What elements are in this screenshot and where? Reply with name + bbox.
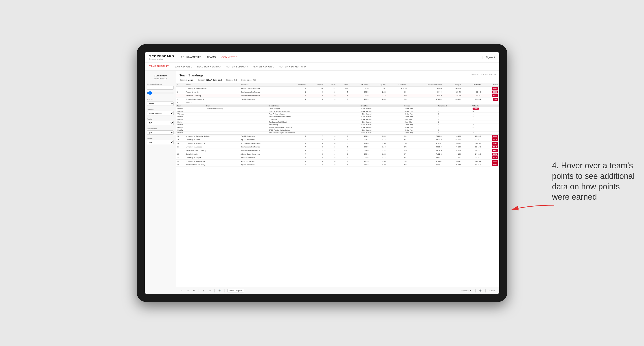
cell-points[interactable]: 90.32: [482, 94, 499, 97]
points-badge[interactable]: 80.14: [492, 156, 498, 159]
tooltip-row-item[interactable]: Univers... Southern Highlands Collegiate…: [176, 110, 499, 113]
tab-player-h2h-grid[interactable]: PLAYER H2H GRID: [253, 64, 274, 69]
tooltip-cell-event: [206, 110, 268, 113]
division-select[interactable]: NCAA Division I NCAA Division II NCAA Di…: [147, 111, 174, 115]
conference-select[interactable]: (All): [147, 130, 174, 135]
copy-button[interactable]: ⊞: [202, 289, 206, 292]
cell-points[interactable]: 83.41: [482, 149, 499, 152]
cell-adj: 278.1: [349, 152, 370, 156]
tab-team-h2h-grid[interactable]: TEAM H2H GRID: [174, 64, 192, 69]
main-content: Committee Portal Review Minimum Rounds G…: [145, 71, 499, 294]
points-badge[interactable]: 79.5: [493, 98, 498, 101]
view-button[interactable]: View: Original: [227, 289, 244, 292]
nav-committee[interactable]: COMMITTEE: [222, 55, 238, 60]
table-row-highlighted[interactable]: 3 Vanderbilt University Southeastern Con…: [176, 94, 499, 97]
cell-points[interactable]: 80.94: [482, 163, 499, 167]
cell-points[interactable]: 83.59: [482, 160, 499, 163]
settings-button[interactable]: ⚙: [208, 289, 212, 292]
tooltip-cell-wpoints: +3: [472, 115, 499, 118]
table-row[interactable]: 19 University of Texas Big 12 Conference…: [176, 138, 499, 142]
tooltip-row-item[interactable]: East Tar OFCC Fighting Illini Invitation…: [176, 129, 499, 132]
standings-header: Team Standings Update time: 13/03/2024 1…: [176, 71, 499, 79]
tooltip-row-item[interactable]: Univers... Williams Cup NCAA Division I …: [176, 124, 499, 126]
col-overall: Low Overall Record: [408, 83, 443, 87]
cell-conf-rank: 2: [286, 94, 307, 97]
points-badge-highlighted[interactable]: 90.32: [492, 94, 498, 97]
table-row[interactable]: 25 University of North Florida ASUN Conf…: [176, 160, 499, 163]
cell-overall: 53-9-0: [408, 87, 443, 90]
points-badge[interactable]: 80.94: [492, 163, 498, 166]
region-select[interactable]: N/A All: [147, 121, 174, 125]
points-badge[interactable]: 80.71: [492, 153, 498, 156]
table-row[interactable]: 21 University of Alabama Southeastern Co…: [176, 145, 499, 149]
tooltip-cell-rounds: Stroke Play: [404, 107, 437, 110]
tooltip-row-item[interactable]: Univers... Copper Cup NCAA Division I Ma…: [176, 118, 499, 121]
tooltip-cell-wpoints: +0: [472, 124, 499, 126]
points-badge[interactable]: 88.70: [492, 138, 498, 141]
tooltip-row-item[interactable]: Univers... National Invitational Tournam…: [176, 115, 499, 118]
cell-overall: 87-22-2: [408, 160, 443, 163]
table-row[interactable]: 4 Arizona State University Pac-12 Confer…: [176, 97, 499, 101]
tab-team-summary[interactable]: TEAM SUMMARY: [149, 64, 169, 69]
points-badge[interactable]: 83.41: [492, 149, 498, 152]
tooltip-row-item[interactable]: Univers... Amer Art Intercollegiate NCAA…: [176, 113, 499, 115]
watch-button[interactable]: 👁 Watch ▼: [460, 289, 473, 292]
comment-button[interactable]: 💬: [478, 289, 483, 292]
undo-button[interactable]: ↩: [180, 289, 184, 292]
points-badge[interactable]: 93.31: [492, 91, 498, 93]
table-row[interactable]: 22 Mississippi State University Southeas…: [176, 149, 499, 152]
cell-points[interactable]: 93.31: [482, 90, 499, 94]
cell-bnds: 19: [324, 94, 336, 97]
school-select[interactable]: (All): [147, 140, 174, 144]
cell-points[interactable]: 79.5: [482, 97, 499, 101]
tooltip-col-rank: Rank Impact: [437, 105, 472, 107]
tooltip-cell-event: [206, 129, 268, 132]
table-row[interactable]: 1 University of North Carolina Atlantic …: [176, 87, 499, 90]
cell-conf-rank: 7: [286, 152, 307, 156]
tab-team-h2h-heatmap[interactable]: TEAM H2H HEATMAP: [197, 64, 221, 69]
nav-tournaments[interactable]: TOURNAMENTS: [181, 55, 201, 60]
tooltip-row-item[interactable]: Georgia Ben Hogan Collegiate Invitationa…: [176, 126, 499, 129]
cell-points[interactable]: 80.71: [482, 152, 499, 156]
table-row[interactable]: 26 The Ohio State University Big Ten Con…: [176, 163, 499, 167]
nav-teams[interactable]: TEAMS: [207, 55, 216, 60]
cell-points[interactable]: 88.70: [482, 138, 499, 142]
min-rounds-input[interactable]: [147, 86, 174, 90]
reset-button[interactable]: ↺: [192, 289, 196, 292]
points-badge[interactable]: 88.48: [492, 146, 498, 148]
gender-select[interactable]: Men's Women's: [147, 102, 174, 106]
clock-button[interactable]: 🕐: [217, 289, 222, 292]
cell-bnds: 31: [324, 87, 336, 90]
cell-points[interactable]: 88.48: [482, 145, 499, 149]
points-badge[interactable]: 83.59: [492, 160, 498, 163]
table-row[interactable]: 24 University of Oregon Pac-12 Conferenc…: [176, 156, 499, 160]
cell-school: University of Oregon: [185, 156, 240, 160]
cell-no-tour: 8: [307, 94, 324, 97]
tooltip-points[interactable]: 119.63: [472, 108, 478, 110]
cell-points[interactable]: 88.49: [482, 142, 499, 145]
table-row[interactable]: 5 Texas T...: [176, 101, 499, 105]
tab-player-h2h-heatmap[interactable]: PLAYER H2H HEATMAP: [279, 64, 306, 69]
cell-rank: 2: [176, 90, 185, 94]
col-adj-score: Adj. Score: [349, 83, 370, 87]
tooltip-row-item[interactable]: Univers... Arizona State University Cabo…: [176, 107, 499, 110]
sign-out-button[interactable]: Sign out: [482, 56, 495, 59]
cell-points[interactable]: 88.07: [482, 135, 499, 138]
cell-points[interactable]: 97.02: [482, 87, 499, 90]
min-rounds-input2[interactable]: [147, 90, 174, 96]
tooltip-row-item[interactable]: Univers... 2023 Sahalee Players Champion…: [176, 132, 499, 134]
points-badge[interactable]: 97.02: [492, 87, 498, 90]
table-row[interactable]: 23 Duke University Atlantic Coast Confer…: [176, 152, 499, 156]
points-badge[interactable]: 88.49: [492, 142, 498, 145]
tooltip-row-item[interactable]: Florida I The Cypress Point Classic NCAA…: [176, 121, 499, 124]
table-row[interactable]: 2 Auburn University Southeastern Confere…: [176, 90, 499, 94]
table-row[interactable]: 18 University of California, Berkeley Pa…: [176, 135, 499, 138]
cell-points[interactable]: 80.14: [482, 156, 499, 160]
points-badge[interactable]: 88.07: [492, 135, 498, 138]
filter-region-value: All: [234, 79, 237, 81]
redo-button[interactable]: ↪: [186, 289, 190, 292]
table-row[interactable]: 20 University of New Mexico Mountain Wes…: [176, 142, 499, 145]
cell-overall: 42-31-3: [408, 138, 443, 142]
tab-player-summary[interactable]: PLAYER SUMMARY: [226, 64, 248, 69]
share-button[interactable]: Share: [488, 289, 496, 292]
